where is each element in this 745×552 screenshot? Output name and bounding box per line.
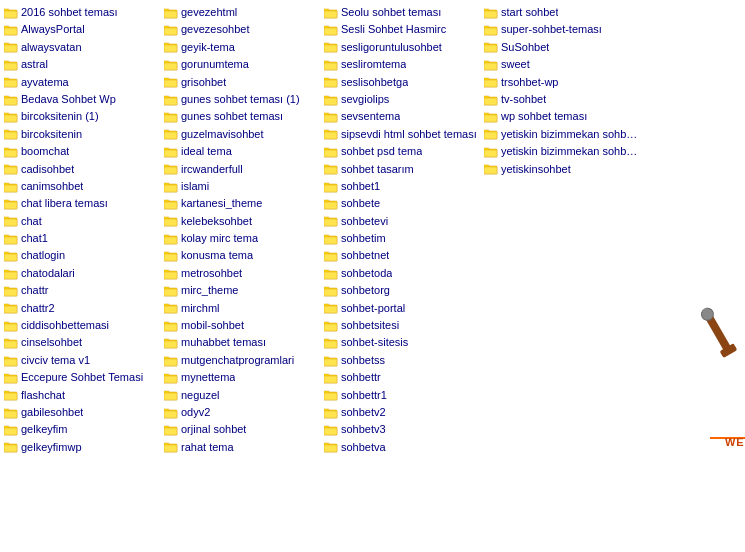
list-item[interactable]: chat	[2, 213, 162, 230]
item-label: super-sohbet-teması	[501, 22, 602, 37]
item-label: chatlogin	[21, 248, 65, 263]
list-item[interactable]: ayvatema	[2, 74, 162, 91]
list-item[interactable]: sesliromtema	[322, 56, 482, 73]
list-item[interactable]: sohbetnet	[322, 247, 482, 264]
list-item[interactable]: chattr2	[2, 300, 162, 317]
list-item[interactable]: metrosohbet	[162, 265, 322, 282]
list-item[interactable]: Seolu sohbet teması	[322, 4, 482, 21]
folder-icon	[484, 128, 498, 140]
list-item[interactable]: neguzel	[162, 387, 322, 404]
list-item[interactable]: ideal tema	[162, 143, 322, 160]
folder-icon	[164, 7, 178, 19]
list-item[interactable]: cinselsohbet	[2, 334, 162, 351]
list-item[interactable]: SuSohbet	[482, 39, 642, 56]
list-item[interactable]: Bedava Sohbet Wp	[2, 91, 162, 108]
list-item[interactable]: sohbetsitesi	[322, 317, 482, 334]
list-item[interactable]: gabilesohbet	[2, 404, 162, 421]
list-item[interactable]: sesligoruntulusohbet	[322, 39, 482, 56]
list-item[interactable]: mynettema	[162, 369, 322, 386]
folder-icon	[4, 146, 18, 158]
list-item[interactable]: mirc_theme	[162, 282, 322, 299]
list-item[interactable]: sipsevdi html sohbet teması	[322, 126, 482, 143]
list-item[interactable]: kolay mirc tema	[162, 230, 322, 247]
svg-rect-74	[4, 428, 17, 435]
list-item[interactable]: chatodalari	[2, 265, 162, 282]
list-item[interactable]: mobil-sohbet	[162, 317, 322, 334]
list-item[interactable]: sohbetim	[322, 230, 482, 247]
list-item[interactable]: sohbet psd tema	[322, 143, 482, 160]
list-item[interactable]: sevgiolips	[322, 91, 482, 108]
list-item[interactable]: gunes sohbet teması (1)	[162, 91, 322, 108]
list-item[interactable]: sohbet1	[322, 178, 482, 195]
list-item[interactable]: gevezesohbet	[162, 21, 322, 38]
list-item[interactable]: cadisohbet	[2, 161, 162, 178]
list-item[interactable]: gorunumtema	[162, 56, 322, 73]
list-item[interactable]: sohbettr1	[322, 387, 482, 404]
list-item[interactable]: sevsentema	[322, 108, 482, 125]
svg-rect-47	[4, 272, 17, 279]
list-item[interactable]: gunes sohbet teması	[162, 108, 322, 125]
list-item[interactable]: yetiskin bizimmekan sohbet teması (1)	[482, 126, 642, 143]
list-item[interactable]: sohbetss	[322, 352, 482, 369]
list-item[interactable]: yetiskinsohbet	[482, 161, 642, 178]
list-item[interactable]: islami	[162, 178, 322, 195]
list-item[interactable]: flashchat	[2, 387, 162, 404]
list-item[interactable]: super-sohbet-teması	[482, 21, 642, 38]
list-item[interactable]: sohbetoda	[322, 265, 482, 282]
list-item[interactable]: alwaysvatan	[2, 39, 162, 56]
list-item[interactable]: sohbet tasarım	[322, 161, 482, 178]
list-item[interactable]: mirchml	[162, 300, 322, 317]
list-item[interactable]: mutgenchatprogramlari	[162, 352, 322, 369]
list-item[interactable]: sohbetevi	[322, 213, 482, 230]
list-item[interactable]: start sohbet	[482, 4, 642, 21]
list-item[interactable]: konusma tema	[162, 247, 322, 264]
list-item[interactable]: wp sohbet teması	[482, 108, 642, 125]
list-item[interactable]: civciv tema v1	[2, 352, 162, 369]
list-item[interactable]: chat1	[2, 230, 162, 247]
list-item[interactable]: sohbetva	[322, 439, 482, 456]
list-item[interactable]: odyv2	[162, 404, 322, 421]
list-item[interactable]: kartanesi_theme	[162, 195, 322, 212]
list-item[interactable]: gevezehtml	[162, 4, 322, 21]
list-item[interactable]: sohbet-sitesis	[322, 334, 482, 351]
list-item[interactable]: gelkeyfimwp	[2, 439, 162, 456]
list-item[interactable]: bircoksitenin (1)	[2, 108, 162, 125]
list-item[interactable]: AlwaysPortal	[2, 21, 162, 38]
list-item[interactable]: chat libera teması	[2, 195, 162, 212]
list-item[interactable]: Eccepure Sohbet Temasi	[2, 369, 162, 386]
list-item[interactable]: grisohbet	[162, 74, 322, 91]
list-item[interactable]: chatlogin	[2, 247, 162, 264]
list-item[interactable]: astral	[2, 56, 162, 73]
list-item[interactable]: chattr	[2, 282, 162, 299]
list-item[interactable]: tv-sohbet	[482, 91, 642, 108]
list-item[interactable]: sohbetv3	[322, 421, 482, 438]
folder-icon	[164, 111, 178, 123]
list-item[interactable]: seslisohbetga	[322, 74, 482, 91]
list-item[interactable]: rahat tema	[162, 439, 322, 456]
list-item[interactable]: sohbetorg	[322, 282, 482, 299]
list-item[interactable]: bircoksitenin	[2, 126, 162, 143]
list-item[interactable]: sweet	[482, 56, 642, 73]
list-item[interactable]: trsohbet-wp	[482, 74, 642, 91]
folder-icon	[164, 198, 178, 210]
list-item[interactable]: boomchat	[2, 143, 162, 160]
item-label: Seolu sohbet teması	[341, 5, 441, 20]
list-item[interactable]: orjinal sohbet	[162, 421, 322, 438]
list-item[interactable]: kelebeksohbet	[162, 213, 322, 230]
list-item[interactable]: geyik-tema	[162, 39, 322, 56]
list-item[interactable]: 2016 sohbet teması	[2, 4, 162, 21]
list-item[interactable]: ciddisohbettemasi	[2, 317, 162, 334]
list-item[interactable]: ircwanderfull	[162, 161, 322, 178]
list-item[interactable]: yetiskin bizimmekan sohbet teması	[482, 143, 642, 160]
list-item[interactable]: sohbettr	[322, 369, 482, 386]
list-item[interactable]: gelkeyfim	[2, 421, 162, 438]
list-item[interactable]: muhabbet teması	[162, 334, 322, 351]
list-item[interactable]: canimsohbet	[2, 178, 162, 195]
list-item[interactable]: sohbetv2	[322, 404, 482, 421]
list-item[interactable]: guzelmavisohbet	[162, 126, 322, 143]
list-item[interactable]: sohbete	[322, 195, 482, 212]
list-item[interactable]: Sesli Sohbet Hasmirc	[322, 21, 482, 38]
list-item[interactable]: sohbet-portal	[322, 300, 482, 317]
svg-rect-242	[484, 45, 497, 52]
folder-icon	[164, 302, 178, 314]
